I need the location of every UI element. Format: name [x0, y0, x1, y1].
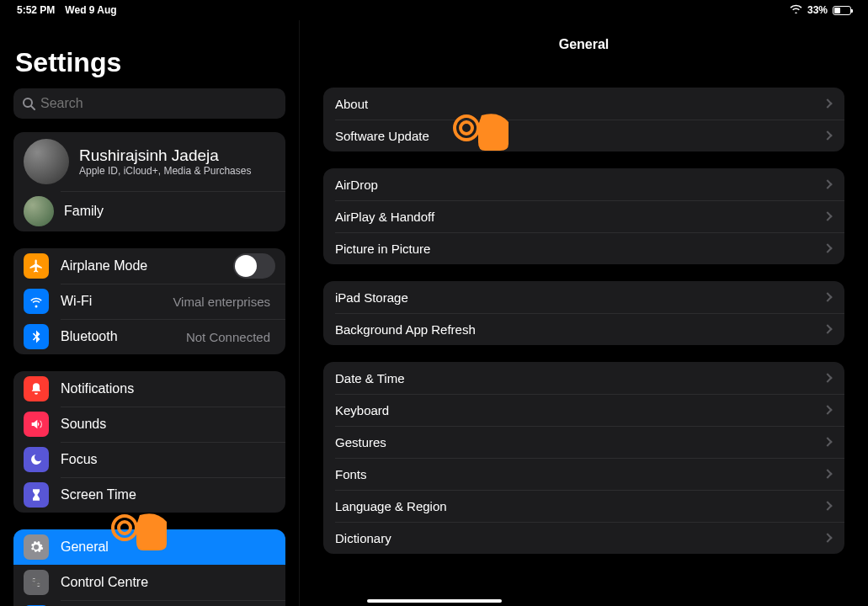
sounds-label: Sounds [61, 417, 275, 432]
wifi-icon [790, 4, 802, 16]
detail-title: General [323, 37, 844, 52]
chevron-right-icon [823, 533, 832, 542]
wifi-label: Wi-Fi [61, 294, 173, 309]
chevron-right-icon [823, 243, 832, 252]
control-centre-label: Control Centre [61, 575, 275, 590]
account-sub: Apple ID, iCloud+, Media & Purchases [79, 165, 251, 177]
airdrop-row[interactable]: AirDrop [323, 168, 844, 200]
bluetooth-label: Bluetooth [61, 329, 186, 344]
fonts-label: Fonts [335, 467, 824, 481]
dictionary-row[interactable]: Dictionary [323, 522, 844, 554]
general-row[interactable]: General [13, 529, 285, 565]
sliders-icon [24, 570, 49, 595]
storage-group: iPad Storage Background App Refresh [323, 281, 844, 345]
bluetooth-row[interactable]: Bluetooth Not Connected [13, 319, 285, 354]
software-update-row[interactable]: Software Update [323, 120, 844, 152]
moon-icon [24, 447, 49, 472]
airplane-mode-row[interactable]: Airplane Mode [13, 248, 285, 284]
wifi-row[interactable]: Wi-Fi Vimal enterprises [13, 284, 285, 319]
focus-label: Focus [61, 452, 275, 467]
chevron-right-icon [823, 373, 832, 382]
keyboard-label: Keyboard [335, 403, 824, 417]
battery-percent: 33% [807, 4, 828, 16]
ipad-storage-row[interactable]: iPad Storage [323, 281, 844, 313]
language-region-row[interactable]: Language & Region [323, 490, 844, 522]
apple-id-row[interactable]: Rushirajsinh Jadeja Apple ID, iCloud+, M… [13, 132, 285, 191]
general-label: General [61, 540, 275, 555]
avatar [24, 139, 69, 184]
bell-icon [24, 376, 49, 401]
chevron-right-icon [823, 98, 832, 108]
status-bar: 5:52 PM Wed 9 Aug 33% [0, 0, 868, 20]
display-brightness-row[interactable]: AA Display & Brightness [13, 600, 285, 606]
dictionary-label: Dictionary [335, 531, 824, 545]
picture-in-picture-row[interactable]: Picture in Picture [323, 232, 844, 264]
airdrop-label: AirDrop [335, 178, 824, 192]
about-label: About [335, 97, 824, 111]
gestures-row[interactable]: Gestures [323, 426, 844, 458]
software-update-label: Software Update [335, 129, 824, 143]
chevron-right-icon [823, 437, 832, 446]
airplane-icon [24, 253, 49, 279]
airplane-toggle[interactable] [233, 253, 275, 279]
svg-rect-4 [32, 583, 41, 586]
chevron-right-icon [823, 179, 832, 189]
chevron-right-icon [823, 130, 832, 140]
airplay-handoff-row[interactable]: AirPlay & Handoff [323, 200, 844, 232]
bluetooth-icon [24, 324, 49, 349]
settings-title: Settings [15, 47, 285, 78]
notifications-label: Notifications [61, 381, 275, 396]
date-time-label: Date & Time [335, 371, 824, 385]
airplay-handoff-label: AirPlay & Handoff [335, 210, 824, 224]
airplane-label: Airplane Mode [61, 258, 233, 274]
status-date: Wed 9 Aug [65, 4, 116, 16]
search-input[interactable] [40, 96, 277, 111]
search-icon [22, 97, 35, 110]
alerts-group: Notifications Sounds Focus Screen Time [13, 371, 285, 513]
wifi-settings-icon [24, 289, 49, 314]
screentime-row[interactable]: Screen Time [13, 477, 285, 513]
gestures-label: Gestures [335, 435, 824, 449]
speaker-icon [24, 412, 49, 437]
home-indicator[interactable] [367, 599, 502, 603]
connectivity-group: Airplane Mode Wi-Fi Vimal enterprises Bl… [13, 248, 285, 354]
about-row[interactable]: About [323, 88, 844, 120]
battery-icon [833, 6, 851, 15]
notifications-row[interactable]: Notifications [13, 371, 285, 407]
chevron-right-icon [823, 501, 832, 510]
account-name: Rushirajsinh Jadeja [79, 146, 251, 165]
about-group: About Software Update [323, 88, 844, 152]
svg-rect-5 [32, 579, 41, 582]
ipad-storage-label: iPad Storage [335, 290, 824, 305]
screentime-label: Screen Time [61, 487, 275, 502]
settings-sidebar: Settings Rushirajsinh Jadeja Apple ID, i… [0, 20, 300, 606]
hourglass-icon [24, 482, 49, 508]
system-group: Date & Time Keyboard Gestures Fonts Lang… [323, 362, 844, 554]
sounds-row[interactable]: Sounds [13, 407, 285, 442]
gear-icon [24, 534, 49, 560]
status-time: 5:52 PM [17, 4, 55, 16]
focus-row[interactable]: Focus [13, 442, 285, 477]
picture-in-picture-label: Picture in Picture [335, 242, 824, 256]
family-avatar [24, 196, 54, 226]
chevron-right-icon [823, 211, 832, 221]
bluetooth-value: Not Connected [186, 330, 270, 344]
keyboard-row[interactable]: Keyboard [323, 394, 844, 426]
date-time-row[interactable]: Date & Time [323, 362, 844, 394]
family-label: Family [64, 204, 275, 219]
fonts-row[interactable]: Fonts [323, 458, 844, 490]
search-field[interactable] [13, 88, 285, 119]
chevron-right-icon [823, 405, 832, 414]
background-app-refresh-label: Background App Refresh [335, 322, 824, 337]
language-region-label: Language & Region [335, 499, 824, 513]
general-detail-pane: General About Software Update AirDrop Ai… [300, 20, 868, 606]
family-row[interactable]: Family [13, 191, 285, 231]
account-group: Rushirajsinh Jadeja Apple ID, iCloud+, M… [13, 132, 285, 231]
chevron-right-icon [823, 292, 832, 301]
chevron-right-icon [823, 324, 832, 333]
wifi-value: Vimal enterprises [173, 295, 270, 309]
background-app-refresh-row[interactable]: Background App Refresh [323, 313, 844, 345]
chevron-right-icon [823, 469, 832, 478]
control-centre-row[interactable]: Control Centre [13, 565, 285, 600]
airdrop-group: AirDrop AirPlay & Handoff Picture in Pic… [323, 168, 844, 264]
